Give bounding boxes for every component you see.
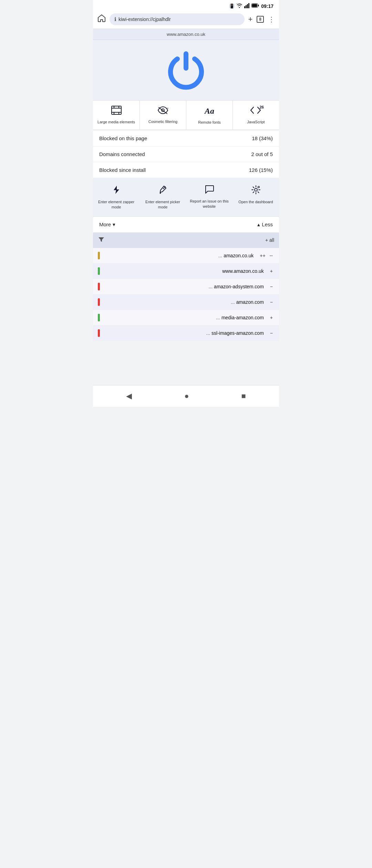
status-bar: 📳 09:17 [93,0,279,11]
domain-controls: − [269,299,274,306]
eyedropper-icon [159,185,167,197]
empty-space [93,341,279,382]
domain-row[interactable]: ... media-amazon.com + [93,310,279,326]
domain-plus-button[interactable]: ++ [258,252,267,259]
domain-minus-button[interactable]: − [269,299,274,306]
domain-row[interactable]: ... amazon.com − [93,294,279,310]
quick-action-large-media[interactable]: Large media elements [93,101,140,130]
domain-value: amazon-adsystem.com [214,284,264,289]
browser-home-button[interactable] [97,14,106,24]
filter-all-label[interactable]: + all [265,237,274,243]
element-picker-button[interactable]: Enter element picker mode [140,182,186,212]
blocked-page-label: Blocked on this page [99,135,147,141]
domain-controls: + [269,268,274,275]
domain-name: ... amazon.co.uk [103,253,254,258]
eye-strikethrough-icon: ··· [157,106,168,116]
site-domain: www.amazon.co.uk [167,32,205,37]
gear-icon [251,185,261,197]
large-media-label: Large media elements [97,120,135,124]
domain-prefix: ... [206,330,212,336]
more-menu-button[interactable]: ⋮ [268,15,275,23]
domain-prefix: ... [218,253,224,258]
domain-name: ... media-amazon.com [103,315,264,320]
code-icon: 26 [250,106,262,117]
domain-name: www.amazon.co.uk [103,268,264,274]
signal-icon [244,3,250,9]
domain-minus-button[interactable]: − [269,330,274,337]
svg-line-20 [163,187,165,189]
site-header: www.amazon.co.uk [93,29,279,40]
chevron-up-icon: ▴ [257,221,260,228]
bottom-nav: ◀ ● ■ [93,385,279,407]
vibrate-icon: 📳 [229,3,235,9]
tab-count-button[interactable]: 8 [257,16,264,23]
url-bar[interactable]: ℹ kiwi-extension://cjpalhdlr [110,13,245,25]
domain-value: media-amazon.com [221,315,264,320]
domain-row[interactable]: www.amazon.co.uk + [93,264,279,279]
recents-button[interactable]: ■ [241,392,246,401]
domain-plus-button[interactable]: + [269,314,274,321]
svg-text:Aa: Aa [204,106,214,115]
more-less-bar: More ▾ ▴ Less [93,216,279,232]
domain-plus-button[interactable]: + [269,268,274,275]
stats-section: Blocked on this page 18 (34%) Domains co… [93,131,279,178]
blocked-install-value: 126 (15%) [249,167,273,173]
domain-prefix: ... [216,315,221,320]
svg-point-24 [258,187,259,188]
less-button[interactable]: ▴ Less [257,221,273,228]
power-button-icon[interactable] [165,50,207,92]
domain-color-bar [98,298,100,306]
svg-rect-6 [258,5,259,7]
domains-connected-label: Domains connected [99,151,145,157]
svg-rect-2 [247,4,248,8]
info-icon: ℹ [114,16,116,22]
back-button[interactable]: ◀ [126,392,132,401]
open-dashboard-button[interactable]: Open the dashboard [232,182,279,212]
cosmetic-filtering-label: Cosmetic filtering [148,119,177,124]
stat-row-domains-connected: Domains connected 2 out of 5 [93,146,279,162]
svg-rect-0 [244,6,245,8]
domain-color-bar [98,283,100,290]
element-zapper-button[interactable]: Enter element zapper mode [93,182,140,212]
power-section[interactable] [93,40,279,100]
domain-name: ... ssl-images-amazon.com [103,330,264,336]
svg-point-22 [255,188,257,191]
quick-action-remote-fonts[interactable]: Aa Remote fonts [186,101,232,130]
svg-rect-5 [252,4,257,7]
domain-minus-button[interactable]: -- [268,252,274,259]
svg-rect-3 [248,3,249,8]
domain-row[interactable]: ... amazon.co.uk ++ -- [93,248,279,264]
report-issue-button[interactable]: Report an issue on this website [186,182,232,212]
domain-row[interactable]: ... ssl-images-amazon.com − [93,326,279,341]
blocked-page-value: 18 (34%) [252,135,273,141]
chevron-down-icon: ▾ [113,221,115,228]
battery-icon [251,3,259,9]
home-button[interactable]: ● [184,392,189,401]
status-icons: 📳 [229,3,259,9]
domain-minus-button[interactable]: − [269,283,274,290]
domain-color-bar [98,329,100,337]
quick-action-cosmetic-filtering[interactable]: ··· Cosmetic filtering [140,101,186,130]
more-button[interactable]: More ▾ [99,221,115,228]
font-icon: Aa [204,105,215,117]
element-picker-label: Enter element picker mode [141,199,185,209]
report-issue-label: Report an issue on this website [187,199,231,209]
domain-value: amazon.co.uk [224,253,254,258]
zap-icon [112,185,121,197]
svg-rect-8 [112,106,121,114]
quick-actions-row: Large media elements ··· Cosmetic filter… [93,100,279,130]
open-dashboard-label: Open the dashboard [238,199,273,204]
svg-rect-1 [246,5,247,8]
new-tab-button[interactable]: + [248,15,252,24]
status-time: 09:17 [261,3,273,9]
svg-marker-19 [114,186,119,194]
domains-connected-value: 2 out of 5 [251,151,273,157]
quick-action-javascript[interactable]: 26 JavaScript [232,101,279,130]
chat-icon [205,185,214,196]
filter-header: + all [93,232,279,248]
domain-value: amazon.com [236,299,264,305]
svg-point-21 [159,193,161,194]
chrome-actions: + 8 ⋮ [248,15,275,24]
less-label: Less [262,221,273,227]
domain-row[interactable]: ... amazon-adsystem.com − [93,279,279,294]
